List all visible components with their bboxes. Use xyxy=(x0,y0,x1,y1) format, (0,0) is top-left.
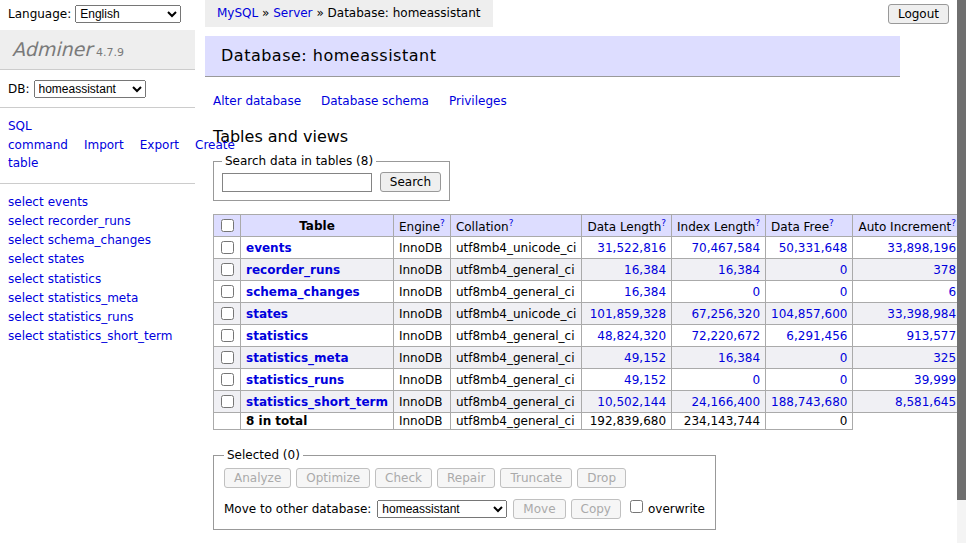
select-link-statistics[interactable]: select xyxy=(8,272,44,286)
row-checkbox[interactable] xyxy=(221,285,234,298)
table-link-events[interactable]: events xyxy=(48,195,88,209)
data-free-link[interactable]: 0 xyxy=(771,285,847,299)
select-link-schema-changes[interactable]: select xyxy=(8,233,44,247)
data-free-link[interactable]: 0 xyxy=(771,351,847,365)
data-length-link[interactable]: 16,384 xyxy=(587,285,666,299)
data-length-link[interactable]: 10,502,144 xyxy=(587,395,666,409)
index-length-link[interactable]: 70,467,584 xyxy=(677,241,760,255)
data-length-link[interactable]: 48,824,320 xyxy=(587,329,666,343)
index-length-link[interactable]: 0 xyxy=(677,373,760,387)
auto-increment-link[interactable]: 33,898,196 xyxy=(858,241,956,255)
table-name-link-statistics[interactable]: statistics xyxy=(246,329,308,343)
table-name-cell: schema_changes xyxy=(241,281,394,303)
move-button[interactable]: Move xyxy=(513,499,565,519)
scrollbar-thumb[interactable] xyxy=(957,0,966,500)
sidebar-action-export[interactable]: Export xyxy=(140,138,179,152)
column-help-link[interactable]: ? xyxy=(440,218,445,228)
table-name-cell: statistics xyxy=(241,325,394,347)
table-link-statistics-runs[interactable]: statistics_runs xyxy=(48,310,134,324)
column-help-link[interactable]: ? xyxy=(509,218,514,228)
select-link-events[interactable]: select xyxy=(8,195,44,209)
table-link-statistics-meta[interactable]: statistics_meta xyxy=(48,291,139,305)
repair-button[interactable]: Repair xyxy=(437,468,495,488)
table-link-statistics[interactable]: statistics xyxy=(48,272,102,286)
toolbar-link-privileges[interactable]: Privileges xyxy=(449,94,507,108)
auto-increment-link[interactable]: 33,398,984 xyxy=(858,307,956,321)
select-link-statistics-short-term[interactable]: select xyxy=(8,329,44,343)
row-checkbox[interactable] xyxy=(221,373,234,386)
table-link-states[interactable]: states xyxy=(48,252,85,266)
data-free-link[interactable]: 50,331,648 xyxy=(771,241,847,255)
select-all-checkbox[interactable] xyxy=(221,219,234,232)
data-length-link[interactable]: 31,522,816 xyxy=(587,241,666,255)
auto-increment-link[interactable]: 39,999 xyxy=(858,373,956,387)
row-checkbox[interactable] xyxy=(221,307,234,320)
toolbar-link-database-schema[interactable]: Database schema xyxy=(321,94,429,108)
auto-increment-link[interactable]: 8,581,645 xyxy=(858,395,956,409)
select-link-states[interactable]: select xyxy=(8,252,44,266)
select-link-statistics-meta[interactable]: select xyxy=(8,291,44,305)
row-checkbox[interactable] xyxy=(221,395,234,408)
index-length-link[interactable]: 24,166,400 xyxy=(677,395,760,409)
truncate-button[interactable]: Truncate xyxy=(500,468,572,488)
overwrite-checkbox[interactable] xyxy=(630,500,643,513)
index-length-link[interactable]: 16,384 xyxy=(677,351,760,365)
language-select[interactable]: English xyxy=(75,5,181,23)
data-free-link[interactable]: 104,857,600 xyxy=(771,307,847,321)
sidebar-action-import[interactable]: Import xyxy=(84,138,124,152)
data-length-link[interactable]: 101,859,328 xyxy=(587,307,666,321)
db-select[interactable]: homeassistant xyxy=(34,80,146,98)
drop-button[interactable]: Drop xyxy=(577,468,626,488)
table-link-recorder-runs[interactable]: recorder_runs xyxy=(48,214,131,228)
table-name-link-statistics-meta[interactable]: statistics_meta xyxy=(246,351,349,365)
data-free-link[interactable]: 0 xyxy=(771,263,847,277)
copy-button[interactable]: Copy xyxy=(571,499,621,519)
select-link-statistics-runs[interactable]: select xyxy=(8,310,44,324)
optimize-button[interactable]: Optimize xyxy=(296,468,370,488)
breadcrumb-link-mysql[interactable]: MySQL xyxy=(217,6,258,20)
data-free-link[interactable]: 188,743,680 xyxy=(771,395,847,409)
sidebar-action-sql-command[interactable]: SQL command xyxy=(8,119,68,152)
auto-increment-link[interactable]: 325 xyxy=(858,351,956,365)
index-length-link[interactable]: 0 xyxy=(677,285,760,299)
auto-increment-link[interactable]: 913,577 xyxy=(858,329,956,343)
move-db-select[interactable]: homeassistant xyxy=(377,500,507,518)
table-name-link-statistics-short-term[interactable]: statistics_short_term xyxy=(246,395,388,409)
index-length-link[interactable]: 67,256,320 xyxy=(677,307,760,321)
search-input[interactable] xyxy=(222,173,372,192)
data-length-link[interactable]: 16,384 xyxy=(587,263,666,277)
table-name-cell: states xyxy=(241,303,394,325)
toolbar-link-alter-database[interactable]: Alter database xyxy=(213,94,301,108)
auto-increment-link[interactable]: 378 xyxy=(858,263,956,277)
table-name-link-statistics-runs[interactable]: statistics_runs xyxy=(246,373,344,387)
data-length-link[interactable]: 49,152 xyxy=(587,351,666,365)
table-name-link-states[interactable]: states xyxy=(246,307,288,321)
table-link-schema-changes[interactable]: schema_changes xyxy=(48,233,151,247)
auto-increment-link[interactable]: 6 xyxy=(858,285,956,299)
data-free-link[interactable]: 0 xyxy=(771,373,847,387)
analyze-button[interactable]: Analyze xyxy=(224,468,291,488)
data-length-link[interactable]: 49,152 xyxy=(587,373,666,387)
breadcrumb-link-server[interactable]: Server xyxy=(273,6,312,20)
column-help-link[interactable]: ? xyxy=(951,218,956,228)
search-button[interactable]: Search xyxy=(380,172,441,192)
table-name-link-schema-changes[interactable]: schema_changes xyxy=(246,285,360,299)
row-checkbox[interactable] xyxy=(221,263,234,276)
table-link-statistics-short-term[interactable]: statistics_short_term xyxy=(48,329,173,343)
column-help-link[interactable]: ? xyxy=(829,218,834,228)
data-free-link[interactable]: 6,291,456 xyxy=(771,329,847,343)
column-help-link[interactable]: ? xyxy=(661,218,666,228)
table-name-link-events[interactable]: events xyxy=(246,241,292,255)
column-help-link[interactable]: ? xyxy=(755,218,760,228)
check-button[interactable]: Check xyxy=(375,468,432,488)
index-length-link[interactable]: 72,220,672 xyxy=(677,329,760,343)
select-link-recorder-runs[interactable]: select xyxy=(8,214,44,228)
index-length-link[interactable]: 16,384 xyxy=(677,263,760,277)
row-checkbox[interactable] xyxy=(221,329,234,342)
vertical-scrollbar[interactable] xyxy=(957,0,966,543)
row-checkbox[interactable] xyxy=(221,241,234,254)
table-name-link-recorder-runs[interactable]: recorder_runs xyxy=(246,263,340,277)
logout-button[interactable]: Logout xyxy=(888,4,949,24)
row-checkbox[interactable] xyxy=(221,351,234,364)
row-checkbox-cell xyxy=(214,369,241,391)
